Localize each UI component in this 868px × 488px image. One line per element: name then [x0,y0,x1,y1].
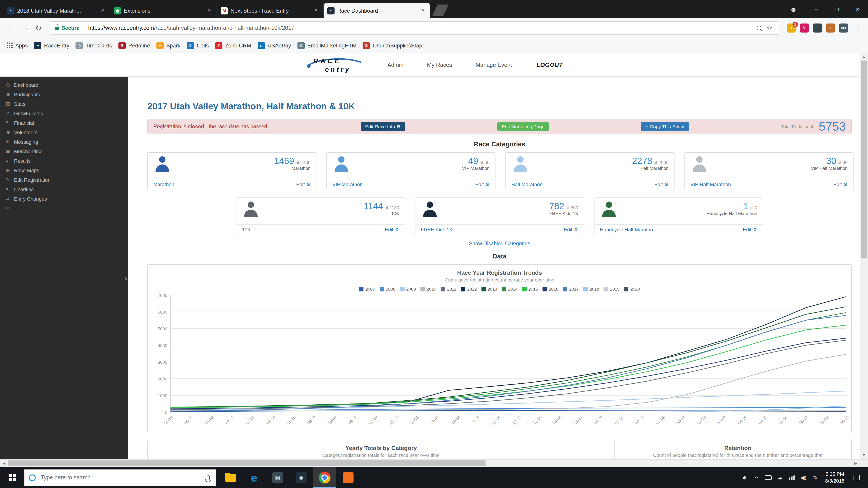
reload-button[interactable]: ↻ [32,21,45,35]
taskbar-search[interactable] [24,469,216,486]
sidebar-item-growth-tools[interactable]: ↗Growth Tools [0,108,128,118]
bookmark-item[interactable]: ZZoho CRM [212,40,254,51]
bookmark-item[interactable]: Apps [4,41,31,50]
close-button[interactable]: × [847,0,868,18]
site-nav-link-my-races[interactable]: My Races [427,62,452,68]
sidebar-item-edit-registration[interactable]: ✎Edit Registration [0,175,128,184]
sidebar-item-volunteers[interactable]: ☻Volunteers [0,127,128,137]
chrome-icon[interactable] [313,467,336,488]
zoom-icon[interactable] [756,26,761,30]
copy-this-event-button[interactable]: + Copy This Event [641,122,689,131]
windows-ink-icon[interactable]: ✎ [809,467,821,488]
hidden-icons-chevron[interactable]: ^ [750,467,762,488]
category-link[interactable]: Handcycle Half Maratho... [600,227,657,233]
show-disabled-categories-link[interactable]: Show Disabled Categories [450,241,549,246]
category-link[interactable]: Half Marathon [511,182,542,188]
file-explorer-icon[interactable] [219,467,242,488]
sidebar-collapse-icon[interactable]: ‹ [125,274,127,282]
sidebar-item-dashboard[interactable]: ◷Dashboard [0,80,128,90]
browser-tab[interactable]: ~2018 Utah Valley Marath...× [4,3,110,18]
edit-race-info-button[interactable]: Edit Race Info ⚙ [361,122,405,131]
category-edit-link[interactable]: Edit ⚙ [833,182,848,188]
search-input[interactable] [40,474,203,481]
bookmark-item[interactable]: ✦Spark [153,40,184,51]
back-button[interactable]: ← [4,21,18,35]
browser-profile-icon[interactable]: ☻ [787,3,799,15]
scroll-down-arrow[interactable]: ▼ [860,452,868,459]
app-icon-orange[interactable] [336,467,360,488]
extension-icon-1[interactable]: ✦1 [786,24,796,33]
minimize-button[interactable]: − [806,0,827,18]
site-nav-link-admin[interactable]: Admin [388,62,403,68]
extension-icon-4[interactable]: ⌂ [826,24,835,33]
bookmark-item[interactable]: ✉EmailMarketingHTM [294,40,360,51]
sidebar-item-settings[interactable]: ⚙ [0,203,128,213]
extension-icon-5[interactable]: </> [839,24,848,33]
bookmark-item[interactable]: RRedmine [115,40,153,51]
taskbar-clock[interactable]: 5:35 PM 8/3/2018 [825,471,844,484]
app-icon-dark[interactable]: ◆ [289,467,313,488]
category-link[interactable]: Marathon [153,182,174,188]
sidebar-item-participants[interactable]: ☻Participants [0,90,128,99]
microphone-icon[interactable] [207,475,210,480]
people-icon[interactable]: ☻ [739,467,750,488]
sidebar-item-results[interactable]: ≡Results [0,156,128,165]
volume-icon[interactable]: ◀) [798,467,809,488]
category-edit-link[interactable]: Edit ⚙ [564,227,578,233]
bookmark-item[interactable]: ~RaceEntry [31,40,72,51]
calculator-icon[interactable]: ▦ [266,467,289,488]
category-link[interactable]: 10K [242,227,251,233]
network-icon[interactable] [786,467,798,488]
action-center-icon[interactable] [854,475,860,480]
sidebar-item-financial[interactable]: $Financial [0,118,128,127]
sidebar-item-race-maps[interactable]: ◉Race Maps [0,165,128,175]
browser-tab[interactable]: ◆Extensions× [110,3,217,18]
vertical-scrollbar[interactable]: ▲ ▼ [860,53,868,459]
display-icon[interactable] [762,467,774,488]
category-link[interactable]: FREE Kids 1K [421,227,453,233]
start-button[interactable] [0,467,24,488]
edit-marketing-page-button[interactable]: Edit Marketing Page [497,122,549,131]
category-edit-link[interactable]: Edit ⚙ [743,227,757,233]
logout-link[interactable]: LOGOUT [536,61,563,68]
sidebar-item-charities[interactable]: ♥Charities [0,184,128,194]
bookmark-item[interactable]: ZCalls [184,40,212,51]
sidebar-item-stats[interactable]: ▥Stats [0,99,128,108]
edge-icon[interactable]: e [242,467,266,488]
tab-close-icon[interactable]: × [312,7,320,14]
bookmark-star-icon[interactable]: ☆ [767,24,773,32]
tab-close-icon[interactable]: × [420,7,427,14]
tab-close-icon[interactable]: × [99,7,106,14]
maximize-button[interactable]: □ [827,0,847,18]
extension-icon-3[interactable]: ~ [813,24,822,33]
sidebar-item-messaging[interactable]: ✉Messaging [0,137,128,147]
horizontal-scrollbar-thumb[interactable] [8,460,486,466]
browser-menu-icon[interactable]: ⋮ [855,24,862,32]
scroll-left-arrow[interactable]: ◀ [0,459,8,467]
category-link[interactable]: VIP Marathon [332,182,363,188]
bookmark-item[interactable]: ◷TimeCards [72,40,115,51]
raceentry-logo[interactable]: RACE entry [305,56,363,74]
extension-icon-2[interactable]: ✎ [800,24,809,33]
bookmark-item[interactable]: SChurchSuppliesStap [360,40,426,51]
tab-close-icon[interactable]: × [206,7,213,14]
horizontal-scrollbar[interactable]: ◀ ▶ [0,459,868,467]
site-nav-link-manage-event[interactable]: Manage Event [475,62,512,68]
category-edit-link[interactable]: Edit ⚙ [385,227,399,233]
vertical-scrollbar-thumb[interactable] [861,61,867,258]
browser-tab[interactable]: ~Race Dashboard× [324,3,430,18]
category-link[interactable]: VIP Half Marathon [690,182,731,188]
sidebar-item-entry-changes[interactable]: ⇄Entry Changes [0,194,128,203]
new-tab-button[interactable] [432,4,448,16]
address-bar[interactable]: Secure https://www.raceentry.com/race/ut… [50,21,779,35]
forward-button[interactable]: → [18,21,32,35]
category-edit-link[interactable]: Edit ⚙ [475,182,490,188]
scroll-up-arrow[interactable]: ▲ [860,53,868,61]
sidebar-item-merchandise[interactable]: ▣Merchandise [0,147,128,156]
scroll-right-arrow[interactable]: ▶ [852,459,860,467]
browser-tab[interactable]: MNext Steps - Race Entry I× [217,3,324,18]
category-edit-link[interactable]: Edit ⚙ [654,182,669,188]
bookmark-item[interactable]: eUSAePay [254,40,294,51]
onedrive-icon[interactable]: ☁ [774,467,786,488]
category-edit-link[interactable]: Edit ⚙ [296,182,311,188]
